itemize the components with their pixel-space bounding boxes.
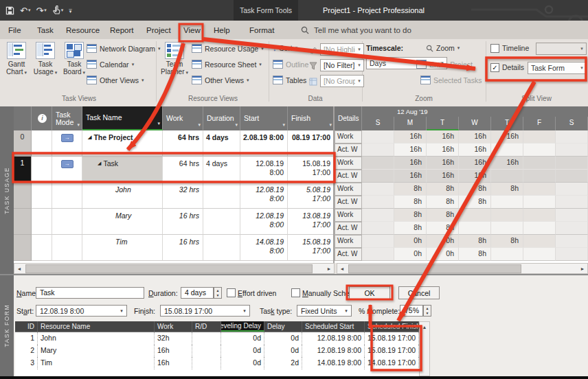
scroll-up-icon[interactable]: ▲ (420, 323, 429, 331)
grid-cell[interactable]: Mary (38, 345, 155, 357)
task-type-combo[interactable]: Fixed Units▾ (297, 305, 352, 317)
grid-cell[interactable]: 0d (264, 332, 302, 345)
timephased-cell[interactable] (362, 170, 394, 183)
timephased-cell[interactable] (362, 222, 394, 235)
grid-cell[interactable]: 16h (155, 357, 192, 369)
column-header-task-mode[interactable]: Task Mode▾ (52, 106, 82, 130)
start-cell[interactable]: 2.08.19 8:00 (240, 130, 288, 157)
timephased-cell[interactable] (362, 183, 394, 196)
work-cell[interactable]: 16 hrs (163, 235, 203, 261)
grid-cell[interactable]: 14.08.19 17:00 (365, 357, 419, 369)
customize-qat-icon[interactable]: –▾ (67, 8, 73, 13)
timephased-cell[interactable]: 8h (394, 196, 427, 209)
selected-tasks-button[interactable]: Selected Tasks (420, 76, 482, 84)
work-cell[interactable]: 16 hrs (163, 209, 203, 235)
finish-combo[interactable]: 15.08.19 17:00▾ (160, 305, 250, 317)
day-header-3[interactable]: W (459, 117, 491, 130)
outline-button[interactable]: Outline (273, 60, 314, 69)
scroll-right-icon[interactable]: ► (324, 264, 334, 273)
tab-task[interactable]: Task (37, 24, 54, 36)
gantt-chart-button[interactable]: Gantt Chart (2, 42, 31, 76)
row-number-cell[interactable] (14, 235, 32, 261)
grid-column-header-delay[interactable]: Delay (264, 321, 302, 332)
resource-sheet-button[interactable]: Resource Sheet (192, 60, 262, 69)
timephased-cell[interactable]: 0h (394, 235, 427, 248)
work-cell[interactable]: 32 hrs (163, 183, 203, 209)
save-icon[interactable] (4, 6, 16, 15)
grid-cell[interactable]: 3 (15, 357, 38, 369)
other-views-button[interactable]: Other Views (87, 76, 144, 84)
manually-scheduled-checkbox[interactable] (291, 288, 300, 297)
finish-cell[interactable]: 15.08.1917:00 (288, 235, 335, 261)
day-header-2[interactable]: T (427, 117, 459, 130)
timephased-cell[interactable] (523, 143, 556, 157)
timephased-cell[interactable] (491, 209, 523, 222)
start-combo[interactable]: 12.08.19 8:00▾ (36, 305, 127, 317)
details-view-dropdown[interactable]: Task Form▾ (528, 62, 587, 74)
task-name-cell[interactable]: Tim (82, 235, 163, 261)
timephased-cell[interactable]: 16h (491, 130, 523, 143)
row-number-cell[interactable] (14, 209, 32, 235)
column-header-details[interactable]: Details (335, 106, 362, 130)
task-name-cell[interactable]: ◢Task (82, 157, 163, 183)
timephased-cell[interactable] (491, 248, 523, 261)
timephased-cell[interactable]: 16h (394, 157, 427, 170)
redo-icon[interactable]: ↷▾ (34, 5, 47, 16)
calendar-button[interactable]: Calendar (87, 60, 134, 69)
duration-cell[interactable] (203, 235, 240, 261)
info-column-header[interactable]: i (32, 106, 52, 130)
timephased-cell[interactable] (523, 157, 556, 170)
tab-view[interactable]: View (183, 24, 201, 36)
start-cell[interactable]: 12.08.19 8:00 (240, 183, 288, 209)
grid-cell[interactable]: 0d (264, 345, 302, 357)
pct-complete-input[interactable]: 75% (400, 305, 423, 317)
tab-report[interactable]: Report (110, 24, 134, 36)
grid-column-header-scheduled-start[interactable]: Scheduled Start (302, 321, 365, 332)
row-number-cell[interactable]: 0 (14, 130, 32, 157)
tab-resource[interactable]: Resource (66, 24, 100, 36)
timephased-cell[interactable] (556, 170, 588, 183)
scrollbar-thumb[interactable] (25, 264, 313, 273)
timephased-cell[interactable]: 16h (459, 170, 491, 183)
team-planner-button[interactable]: Team Planner (160, 42, 189, 76)
ok-button[interactable]: OK (349, 286, 390, 299)
timephased-cell[interactable] (523, 248, 556, 261)
timephased-cell[interactable]: 16h (459, 130, 491, 143)
work-cell[interactable]: 64 hrs (163, 130, 203, 157)
expand-icon[interactable]: ◢ (98, 161, 101, 166)
timephased-cell[interactable]: 0h (427, 248, 459, 261)
timephased-cell[interactable] (556, 235, 588, 248)
grid-cell[interactable]: 1 (15, 332, 38, 345)
finish-cell[interactable]: 08.19 17:00 (288, 130, 335, 157)
grid-cell[interactable]: 12.08.19 8:00 (302, 332, 365, 345)
grid-cell[interactable]: 0d (221, 332, 264, 345)
grid-column-header-id[interactable]: ID (15, 321, 38, 332)
start-cell[interactable]: 12.08.198:00 (240, 157, 288, 183)
duration-cell[interactable]: 4 days (203, 130, 240, 157)
column-header-task-name[interactable]: Task Name▾ (82, 106, 163, 130)
timephased-cell[interactable] (523, 222, 556, 235)
timephased-cell[interactable] (362, 143, 394, 157)
grid-cell[interactable]: 0d (221, 357, 264, 369)
tab-format[interactable]: Format (249, 24, 274, 36)
task-name-cell[interactable]: Mary (82, 209, 163, 235)
timephased-cell[interactable] (556, 130, 588, 143)
scroll-left-icon[interactable]: ◄ (14, 264, 24, 273)
timephased-cell[interactable] (523, 170, 556, 183)
timephased-cell[interactable]: 8h (394, 222, 427, 235)
timephased-cell[interactable]: 8h (491, 235, 523, 248)
timephased-cell[interactable]: 16h (459, 157, 491, 170)
timephased-cell[interactable] (556, 248, 588, 261)
grid-column-header-resource-name[interactable]: Resource Name (38, 321, 155, 332)
scroll-left-icon[interactable]: ◄ (337, 264, 347, 273)
timephased-cell[interactable]: 8h (427, 196, 459, 209)
tab-help[interactable]: Help (214, 24, 230, 36)
scrollbar-thumb[interactable] (348, 264, 521, 273)
timephased-cell[interactable] (491, 170, 523, 183)
group-dropdown[interactable]: [No Group]▾ (320, 75, 364, 87)
timephased-cell[interactable] (362, 157, 394, 170)
timephased-cell[interactable]: 8h (459, 235, 491, 248)
timephased-cell[interactable]: 8h (394, 209, 427, 222)
timephased-cell[interactable]: 16h (394, 143, 427, 157)
tab-project[interactable]: Project (146, 24, 171, 36)
